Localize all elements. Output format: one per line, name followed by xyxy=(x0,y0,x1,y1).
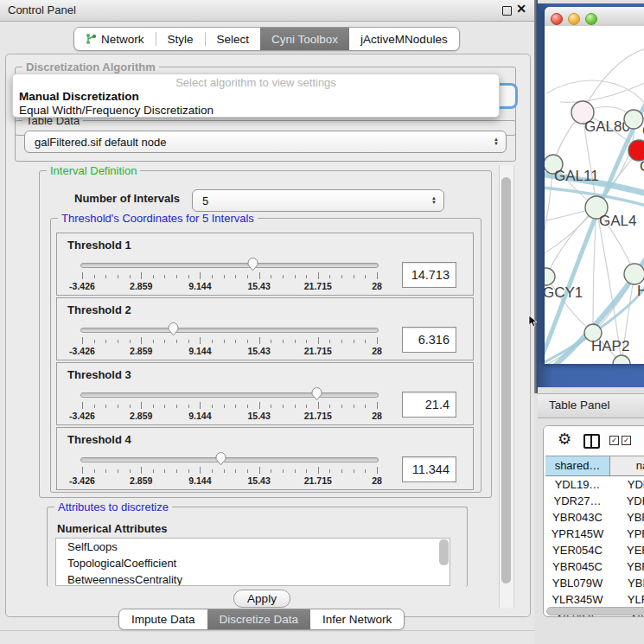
column-header[interactable]: shared… xyxy=(545,456,610,476)
table-row[interactable]: YDL19…YDL1 xyxy=(545,476,644,493)
slider-track[interactable] xyxy=(80,328,379,333)
attribute-list-item[interactable]: SelfLoops xyxy=(56,539,450,555)
network-node-label: C xyxy=(640,158,644,175)
split-columns-icon[interactable] xyxy=(583,434,600,449)
tab-discretize-data[interactable]: Discretize Data xyxy=(207,609,311,629)
tab-network[interactable]: Network xyxy=(74,28,156,50)
tab-style[interactable]: Style xyxy=(156,28,205,50)
list-scrollbar[interactable] xyxy=(439,539,449,565)
tick-mark xyxy=(224,275,225,278)
scrollbar-thumb[interactable] xyxy=(546,607,644,615)
slider-ticks xyxy=(82,467,377,475)
tick-label: -3.426 xyxy=(69,346,95,356)
tick-mark xyxy=(153,340,154,343)
slider-track[interactable] xyxy=(80,457,379,462)
slider-track[interactable] xyxy=(80,263,379,268)
threshold-value-box[interactable]: 14.713 xyxy=(402,262,456,288)
table-hscrollbar[interactable] xyxy=(546,607,644,615)
attribute-list-item[interactable]: TopologicalCoefficient xyxy=(56,555,450,571)
tab-label: Select xyxy=(217,33,250,46)
network-window-titlebar[interactable] xyxy=(545,7,644,27)
tick-mark xyxy=(377,337,378,344)
tick-mark xyxy=(212,340,213,343)
network-node xyxy=(624,110,643,129)
threshold-value-box[interactable]: 6.316 xyxy=(402,327,456,353)
close-traffic-light-icon[interactable] xyxy=(551,13,563,25)
slider-track[interactable] xyxy=(80,392,379,398)
tab-cyni-toolbox[interactable]: Cyni Toolbox xyxy=(260,28,349,50)
tick-mark xyxy=(164,405,165,408)
tab-infer-network[interactable]: Infer Network xyxy=(310,609,404,629)
close-icon[interactable]: ✕ xyxy=(516,2,526,16)
tick-mark xyxy=(329,275,330,278)
attribute-list-item[interactable]: BetweennessCentrality xyxy=(56,571,450,586)
checkbox-icon[interactable]: ✓ xyxy=(609,436,619,445)
float-window-icon[interactable] xyxy=(502,6,512,16)
tick-label: -3.426 xyxy=(69,281,95,291)
threshold-slider: -3.4262.8599.14415.4321.71528 xyxy=(80,387,379,422)
table-row[interactable]: YER054CYER0 xyxy=(545,542,644,558)
cyni-toolbox-panel: Discretization Algorithm Table Data galF… xyxy=(5,54,531,617)
network-node-label: GCY1 xyxy=(545,284,583,301)
spinner-arrows-icon[interactable]: ▲▼ xyxy=(490,137,506,147)
threshold-value-box[interactable]: 11.344 xyxy=(402,456,456,482)
tick-label: 2.859 xyxy=(130,411,152,421)
table-row[interactable]: YBL079WYBL0 xyxy=(545,575,644,591)
tick-mark xyxy=(341,469,342,473)
apply-button[interactable]: Apply xyxy=(233,590,290,608)
table-row[interactable]: YDR27…YDR2 xyxy=(545,493,644,509)
combobox-value: 5 xyxy=(193,194,428,207)
slider-thumb[interactable] xyxy=(246,257,259,271)
zoom-traffic-light-icon[interactable] xyxy=(585,13,597,25)
tab-select[interactable]: Select xyxy=(206,28,261,50)
tick-mark xyxy=(271,340,271,343)
threshold-value-box[interactable]: 21.4 xyxy=(402,392,456,418)
table-data-combobox[interactable]: galFiltered.sif default node ▲▼ xyxy=(24,131,507,153)
table-row[interactable]: YBR043CYBR0 xyxy=(545,509,644,526)
dropdown-option-equal-width[interactable]: Equal Width/Frequency Discretization xyxy=(13,104,499,118)
tick-mark xyxy=(118,340,118,343)
tick-mark xyxy=(259,467,260,474)
algorithm-dropdown-popup: Select algorithm to view settings Manual… xyxy=(12,73,500,118)
num-intervals-combobox[interactable]: 5 ▲▼ xyxy=(192,189,444,212)
table-row[interactable]: YPR145WYPR1 xyxy=(545,526,644,542)
table-row[interactable]: YBR045CYBR0 xyxy=(545,558,644,575)
gear-icon[interactable]: ⚙ xyxy=(558,430,571,449)
table-cell: YBR0 xyxy=(609,558,644,575)
tick-mark xyxy=(153,275,154,278)
tick-mark xyxy=(295,405,296,408)
tick-mark xyxy=(224,340,225,343)
network-canvas[interactable]: GAL80GAL11GAL4GCY1HHAP2GC xyxy=(545,26,644,364)
tick-mark xyxy=(329,340,330,343)
table-cell: YDL19… xyxy=(545,476,609,493)
tab-impute-data[interactable]: Impute Data xyxy=(119,609,207,629)
spinner-arrows-icon[interactable]: ▲▼ xyxy=(428,196,443,206)
dropdown-option-manual[interactable]: Manual Discretization xyxy=(13,90,499,104)
slider-tick-labels: -3.4262.8599.14415.4321.71528 xyxy=(82,411,377,421)
tick-mark xyxy=(224,469,225,473)
table-panel-header[interactable]: Table Panel xyxy=(538,393,644,418)
group-title: Interval Definition xyxy=(47,164,140,177)
checkbox-icon[interactable]: ✓ xyxy=(622,436,631,445)
scrollbar-thumb[interactable] xyxy=(501,177,511,583)
tick-label: 15.43 xyxy=(247,475,270,486)
slider-thumb[interactable] xyxy=(167,322,180,336)
tick-mark xyxy=(141,272,142,279)
tick-mark xyxy=(247,275,248,278)
column-header[interactable]: na xyxy=(610,456,644,476)
tab-jactivemnodules[interactable]: jActiveMNodules xyxy=(349,28,459,50)
slider-thumb[interactable] xyxy=(214,451,227,466)
tick-mark xyxy=(329,469,330,473)
table-row[interactable]: YLR345WYLR3 xyxy=(545,591,644,608)
numerical-attributes-list[interactable]: SelfLoopsTopologicalCoefficientBetweenne… xyxy=(55,538,450,586)
tick-mark xyxy=(200,337,201,344)
slider-thumb[interactable] xyxy=(310,386,323,401)
checkbox-icons[interactable]: ✓ ✓ xyxy=(609,436,631,445)
tick-label: -3.426 xyxy=(69,475,95,486)
minimize-traffic-light-icon[interactable] xyxy=(568,13,580,25)
tick-mark xyxy=(306,340,307,343)
tick-mark xyxy=(176,405,177,408)
network-edge xyxy=(546,207,596,277)
panel-scrollbar[interactable] xyxy=(499,165,514,608)
tick-mark xyxy=(118,405,118,408)
